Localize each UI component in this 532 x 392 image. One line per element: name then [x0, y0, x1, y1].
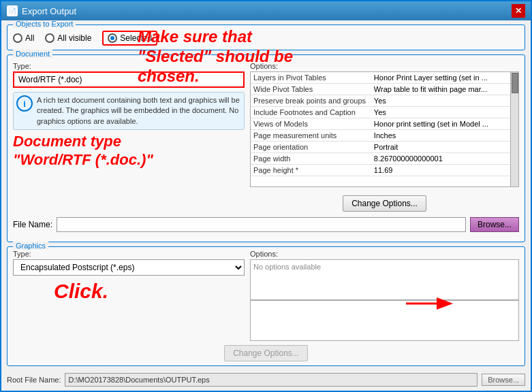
option-value: Honor print setting (set in Model ... — [371, 118, 518, 130]
option-value: 11.69 — [371, 165, 518, 176]
graphics-group: Graphics Type: Encapsulated Postscript (… — [7, 246, 525, 366]
option-value: Yes — [371, 95, 518, 107]
document-group: Document Type: Word/RTF (*.doc) i A rich… — [7, 54, 525, 242]
option-name: Wide Pivot Tables — [251, 84, 371, 95]
graphics-type-label: Type: — [13, 250, 245, 258]
file-name-input[interactable] — [57, 217, 466, 232]
graphics-type-select[interactable]: Encapsulated Postscript (*.eps) — [13, 259, 245, 276]
browse-button[interactable]: Browse... — [470, 217, 519, 232]
radio-all-visible[interactable]: All visible — [45, 33, 91, 43]
option-value: Portrait — [371, 142, 518, 153]
options-table-row: Page width8.267000000000001 — [251, 153, 518, 165]
file-name-row: File Name: Browse... — [13, 214, 519, 235]
document-group-title: Document — [13, 50, 52, 58]
radio-all-label: All — [25, 33, 34, 43]
options-label: Options: — [250, 62, 519, 70]
file-name-label: File Name: — [13, 220, 52, 229]
graphics-group-title: Graphics — [13, 242, 48, 250]
close-button[interactable]: ✕ — [512, 4, 525, 18]
option-name: Views of Models — [251, 118, 371, 130]
options-table-row: Page height *11.69 — [251, 165, 518, 176]
no-options-text: No options available — [253, 263, 321, 271]
options-table-row: Layers in Pivot TablesHonor Print Layer … — [251, 72, 518, 84]
window-title: Export Output — [22, 6, 76, 16]
option-value: Honor Print Layer setting (set in ... — [371, 72, 518, 84]
graphics-inner: Type: Encapsulated Postscript (*.eps) Cl… — [13, 250, 519, 341]
info-icon: i — [16, 95, 33, 112]
radio-circle-all — [13, 33, 22, 43]
doc-left: Type: Word/RTF (*.doc) i A rich text doc… — [13, 62, 245, 212]
type-select-display[interactable]: Word/RTF (*.doc) — [13, 71, 245, 88]
info-box: i A rich text document containing both t… — [13, 92, 245, 130]
graphics-bottom-row: Change Options... — [13, 345, 519, 361]
radio-all[interactable]: All — [13, 33, 34, 43]
root-file-row: Root File Name: Browse... — [7, 370, 525, 389]
options-table-row: Include Footnotes and CaptionYes — [251, 107, 518, 118]
graphics-right: Options: No options available — [250, 250, 519, 341]
export-output-window: 📄 Export Output ✕ Make sure that"Slected… — [0, 0, 532, 392]
title-bar: 📄 Export Output ✕ — [1, 1, 531, 20]
option-name: Page orientation — [251, 142, 371, 153]
option-name: Include Footnotes and Caption — [251, 107, 371, 118]
root-file-input[interactable] — [65, 373, 478, 387]
title-bar-left: 📄 Export Output — [7, 5, 76, 16]
option-name: Preserve break points and groups — [251, 95, 371, 107]
graphics-left: Type: Encapsulated Postscript (*.eps) Cl… — [13, 250, 245, 341]
change-options-button[interactable]: Change Options... — [343, 195, 426, 212]
no-options-display: No options available — [250, 259, 519, 300]
doc-right: Options: Layers in Pivot TablesHonor Pri… — [250, 62, 519, 212]
graphics-options-area — [250, 300, 519, 341]
objects-to-export-group: Objects to Export All All visible Select… — [7, 24, 525, 50]
radio-selected-label: Selected — [120, 33, 152, 43]
radio-circle-selected — [108, 33, 117, 43]
option-value: Wrap table to fit within page mar... — [371, 84, 518, 95]
document-section: Type: Word/RTF (*.doc) i A rich text doc… — [13, 62, 519, 212]
graphics-options-label: Options: — [250, 250, 519, 258]
objects-group-title: Objects to Export — [13, 20, 76, 28]
main-content: Make sure that"Slected" should bechosen.… — [1, 20, 531, 391]
option-name: Layers in Pivot Tables — [251, 72, 371, 84]
option-name: Page width — [251, 153, 371, 165]
option-name: Page height * — [251, 165, 371, 176]
options-table-row: Views of ModelsHonor print setting (set … — [251, 118, 518, 130]
annotation-doctype: Document type"Word/RTF (*.doc.)" — [13, 133, 245, 169]
options-table-row: Preserve break points and groupsYes — [251, 95, 518, 107]
options-table-row: Wide Pivot TablesWrap table to fit withi… — [251, 84, 518, 95]
graphics-browse-button[interactable]: Browse... — [482, 374, 525, 386]
objects-row: All All visible Selected — [13, 28, 519, 46]
info-text: A rich text document containing both tex… — [37, 95, 241, 127]
root-file-label: Root File Name: — [7, 376, 61, 384]
options-table-row: Page measurement unitsInches — [251, 130, 518, 142]
option-value: Yes — [371, 107, 518, 118]
app-icon: 📄 — [7, 5, 18, 16]
radio-selected[interactable]: Selected — [102, 31, 157, 46]
options-table: Layers in Pivot TablesHonor Print Layer … — [251, 72, 518, 176]
scrollbar-thumb — [512, 73, 518, 93]
graphics-change-options-button: Change Options... — [224, 345, 308, 361]
scrollbar[interactable] — [510, 72, 518, 186]
type-label: Type: — [13, 62, 245, 70]
options-table-row: Page orientationPortrait — [251, 142, 518, 153]
option-value: 8.267000000000001 — [371, 153, 518, 165]
radio-all-visible-label: All visible — [57, 33, 91, 43]
option-name: Page measurement units — [251, 130, 371, 142]
radio-circle-all-visible — [45, 33, 54, 43]
options-scroll[interactable]: Layers in Pivot TablesHonor Print Layer … — [250, 71, 519, 187]
option-value: Inches — [371, 130, 518, 142]
